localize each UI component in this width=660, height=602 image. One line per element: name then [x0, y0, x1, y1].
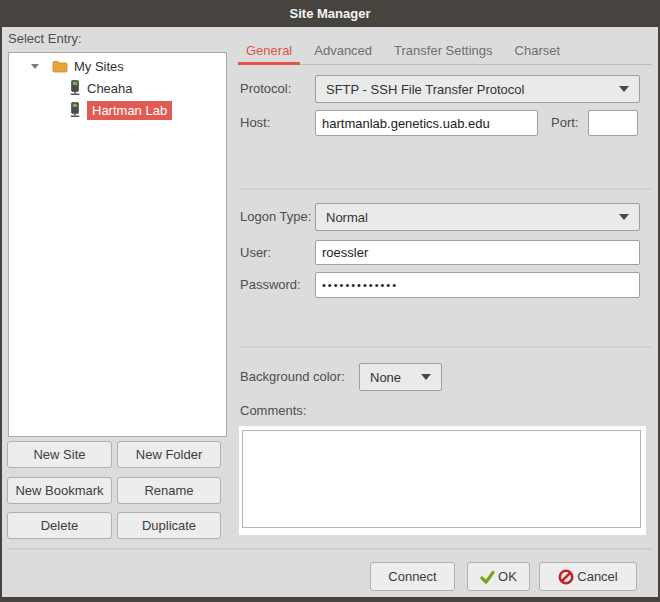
new-bookmark-button[interactable]: New Bookmark: [7, 477, 112, 504]
new-site-button[interactable]: New Site: [7, 441, 112, 468]
logon-type-value: Normal: [326, 210, 368, 225]
cancel-icon: [558, 569, 574, 585]
duplicate-button[interactable]: Duplicate: [117, 512, 221, 539]
folder-icon: [52, 60, 68, 73]
connect-button[interactable]: Connect: [370, 562, 455, 591]
tab-advanced[interactable]: Advanced: [306, 38, 380, 65]
tab-transfer-settings[interactable]: Transfer Settings: [386, 38, 501, 65]
tree-item-cheaha[interactable]: Cheaha: [9, 77, 226, 99]
check-icon: [480, 570, 495, 584]
site-tree[interactable]: My Sites Cheaha Hartman Lab: [8, 52, 227, 437]
logon-type-label: Logon Type:: [240, 203, 311, 231]
delete-button[interactable]: Delete: [7, 512, 112, 539]
chevron-down-icon: [619, 86, 629, 92]
password-input[interactable]: [315, 272, 640, 298]
new-folder-button[interactable]: New Folder: [117, 441, 221, 468]
tab-general[interactable]: General: [238, 38, 300, 65]
site-manager-dialog: Site Manager Select Entry: My Sites Chea…: [0, 0, 660, 602]
protocol-value: SFTP - SSH File Transfer Protocol: [326, 82, 524, 97]
server-icon: [69, 80, 81, 96]
server-icon: [69, 102, 81, 118]
user-input[interactable]: [315, 240, 640, 265]
chevron-down-icon: [421, 374, 431, 380]
password-label: Password:: [240, 272, 301, 298]
protocol-label: Protocol:: [240, 75, 291, 103]
tree-item-label-selected: Hartman Lab: [87, 101, 172, 120]
port-label: Port:: [551, 110, 578, 136]
protocol-select[interactable]: SFTP - SSH File Transfer Protocol: [315, 75, 640, 103]
tab-bar: General Advanced Transfer Settings Chars…: [238, 38, 652, 65]
ok-button-label: OK: [498, 569, 517, 584]
background-color-value: None: [370, 370, 401, 385]
select-entry-label: Select Entry:: [8, 31, 82, 46]
rename-button[interactable]: Rename: [117, 477, 221, 504]
tree-item-label: My Sites: [74, 59, 124, 74]
tree-item-my-sites[interactable]: My Sites: [9, 55, 226, 77]
logon-type-select[interactable]: Normal: [315, 203, 640, 231]
background-color-select[interactable]: None: [359, 363, 442, 391]
section-divider: [240, 346, 652, 348]
section-divider: [240, 188, 652, 190]
tree-item-hartman-lab[interactable]: Hartman Lab: [9, 99, 226, 121]
titlebar: Site Manager: [0, 0, 660, 27]
ok-button[interactable]: OK: [467, 562, 530, 591]
chevron-down-icon: [619, 214, 629, 220]
cancel-button-label: Cancel: [577, 569, 617, 584]
tab-charset[interactable]: Charset: [507, 38, 569, 65]
expander-icon[interactable]: [31, 64, 39, 69]
user-label: User:: [240, 240, 271, 265]
host-input[interactable]: [315, 110, 538, 136]
cancel-button[interactable]: Cancel: [539, 562, 637, 591]
comments-textarea[interactable]: [242, 430, 641, 528]
background-color-label: Background color:: [240, 363, 345, 391]
window-title: Site Manager: [290, 6, 371, 21]
host-label: Host:: [240, 110, 270, 136]
port-input[interactable]: [588, 110, 638, 136]
footer-divider: [8, 548, 652, 550]
tree-item-label: Cheaha: [87, 81, 133, 96]
comments-label: Comments:: [240, 402, 306, 420]
